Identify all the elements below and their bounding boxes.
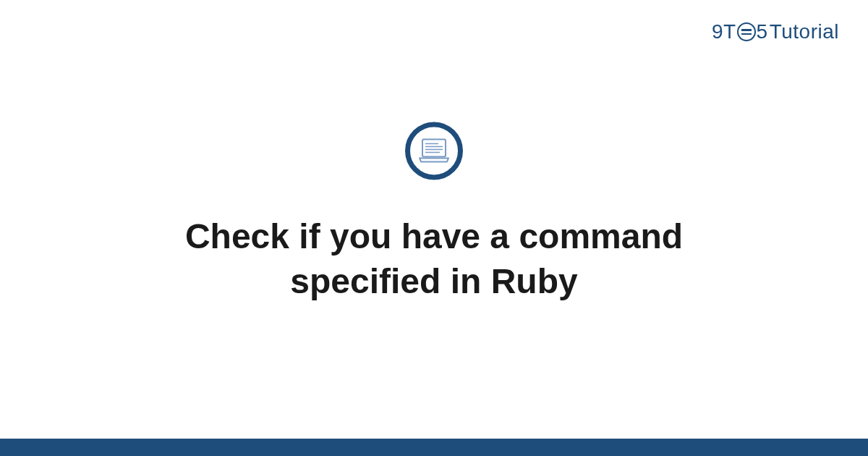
laptop-icon	[418, 138, 450, 164]
footer-bar	[0, 439, 868, 456]
logo-text-tutorial: Tutorial	[770, 20, 839, 43]
article-title: Check if you have a command specified in…	[87, 214, 781, 305]
main-content: Check if you have a command specified in…	[0, 122, 868, 305]
logo-text-9t: 9T	[712, 20, 736, 43]
svg-rect-0	[422, 139, 446, 156]
site-logo: 9T 5 Tutorial	[712, 20, 839, 43]
logo-o-icon	[737, 22, 756, 41]
logo-text-5: 5	[757, 20, 768, 43]
article-icon-circle	[405, 122, 463, 180]
